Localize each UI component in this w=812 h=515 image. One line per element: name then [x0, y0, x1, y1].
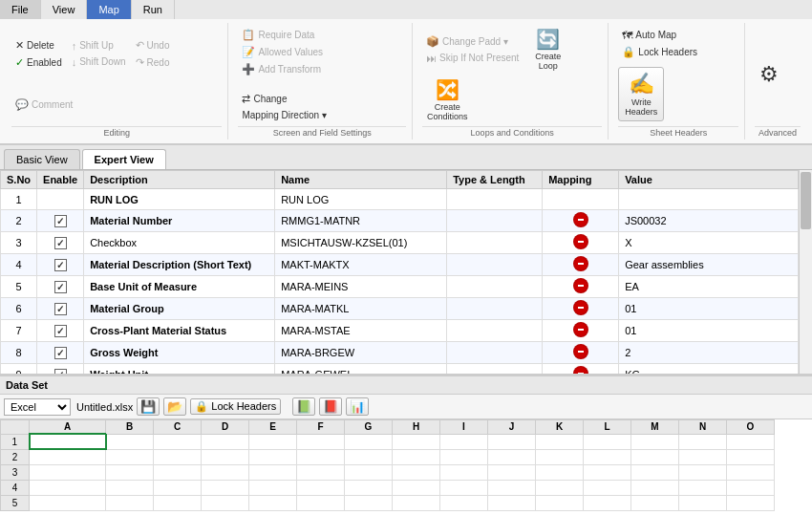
shift-up-button[interactable]: ↑ Shift Up	[68, 38, 130, 54]
write-headers-button[interactable]: ✍ Write Headers	[618, 67, 664, 121]
cell-G5[interactable]	[345, 495, 393, 510]
cell-D3[interactable]	[202, 464, 249, 480]
cell-D5[interactable]	[202, 495, 249, 510]
tab-map[interactable]: Map	[87, 0, 131, 19]
cell-D4[interactable]	[202, 480, 249, 495]
cell-J4[interactable]	[488, 480, 536, 495]
enable-checkbox[interactable]	[54, 215, 67, 227]
create-condition-button[interactable]: 🔀 Create Conditions	[422, 75, 473, 124]
mapping-direction-button[interactable]: Mapping Direction ▾	[238, 108, 330, 122]
cell-M2[interactable]	[631, 449, 679, 464]
cell-L1[interactable]	[584, 434, 631, 449]
cell-L4[interactable]	[584, 480, 631, 495]
cell-J2[interactable]	[488, 449, 536, 464]
cell-B2[interactable]	[106, 449, 154, 464]
cell-B5[interactable]	[106, 495, 154, 510]
cell-N2[interactable]	[679, 449, 727, 464]
cell-F5[interactable]	[297, 495, 345, 510]
cell-O5[interactable]	[727, 495, 775, 510]
cell-F3[interactable]	[297, 464, 345, 480]
delete-button[interactable]: ✕ Delete	[11, 37, 66, 54]
enable-checkbox[interactable]	[54, 281, 67, 293]
cell-H4[interactable]	[393, 480, 440, 495]
cell-A1[interactable]	[30, 434, 106, 449]
mapping-table-wrapper[interactable]: S.No Enable Description Name Type & Leng…	[0, 170, 799, 374]
cell-H2[interactable]	[393, 449, 440, 464]
redo-button[interactable]: ↷ Redo	[132, 54, 174, 71]
enable-checkbox[interactable]	[54, 259, 67, 271]
cell-L3[interactable]	[584, 464, 631, 480]
cell-K1[interactable]	[536, 434, 584, 449]
cell-E3[interactable]	[249, 464, 297, 480]
auto-map-button[interactable]: 🗺 Auto Map	[618, 28, 701, 43]
cell-M1[interactable]	[631, 434, 679, 449]
cell-G4[interactable]	[345, 480, 393, 495]
cell-L5[interactable]	[584, 495, 631, 510]
cell-N5[interactable]	[679, 495, 727, 510]
cell-J5[interactable]	[488, 495, 536, 510]
cell-H1[interactable]	[393, 434, 440, 449]
cell-B3[interactable]	[106, 464, 154, 480]
tab-file[interactable]: File	[0, 0, 41, 19]
cell-J3[interactable]	[488, 464, 536, 480]
change-padd-button[interactable]: 📦 Change Padd ▾	[422, 33, 523, 50]
open-file-button[interactable]: 📂	[163, 397, 186, 416]
cell-E2[interactable]	[249, 449, 297, 464]
cell-B4[interactable]	[106, 480, 154, 495]
create-loop-button[interactable]: 🔄 Create Loop	[530, 25, 566, 74]
cell-O1[interactable]	[727, 434, 775, 449]
cell-I2[interactable]	[440, 449, 488, 464]
cell-C5[interactable]	[154, 495, 202, 510]
save-file-button[interactable]: 💾	[137, 397, 160, 416]
cell-J1[interactable]	[488, 434, 536, 449]
enabled-button[interactable]: ✓ Enabled	[11, 54, 66, 71]
enable-checkbox[interactable]	[54, 303, 67, 315]
cell-C1[interactable]	[154, 434, 202, 449]
format-select[interactable]: Excel CSV XML	[4, 398, 71, 416]
cell-K5[interactable]	[536, 495, 584, 510]
cell-E1[interactable]	[249, 434, 297, 449]
allowed-values-button[interactable]: 📝 Allowed Values	[238, 44, 327, 60]
cell-C4[interactable]	[154, 480, 202, 495]
cell-D1[interactable]	[202, 434, 249, 449]
add-transform-button[interactable]: ➕ Add Transform	[238, 61, 327, 77]
cell-F4[interactable]	[297, 480, 345, 495]
cell-A4[interactable]	[30, 480, 106, 495]
tab-basic-view[interactable]: Basic View	[4, 149, 80, 169]
cell-B1[interactable]	[106, 434, 154, 449]
cell-H3[interactable]	[393, 464, 440, 480]
cell-M4[interactable]	[631, 480, 679, 495]
cell-E4[interactable]	[249, 480, 297, 495]
advanced-button[interactable]: ⚙	[755, 50, 783, 99]
cell-D2[interactable]	[202, 449, 249, 464]
enable-checkbox[interactable]	[54, 325, 67, 337]
shift-down-button[interactable]: ↓ Shift Down	[68, 54, 130, 70]
cell-I4[interactable]	[440, 480, 488, 495]
cell-N3[interactable]	[679, 464, 727, 480]
undo-button[interactable]: ↶ Undo	[132, 37, 174, 54]
cell-O2[interactable]	[727, 449, 775, 464]
cell-C3[interactable]	[154, 464, 202, 480]
cell-G1[interactable]	[345, 434, 393, 449]
cell-I5[interactable]	[440, 495, 488, 510]
cell-F1[interactable]	[297, 434, 345, 449]
cell-G3[interactable]	[345, 464, 393, 480]
skip-if-not-button[interactable]: ⏭ Skip If Not Present	[422, 51, 523, 66]
cell-I3[interactable]	[440, 464, 488, 480]
chart-button[interactable]: 📊	[346, 397, 369, 416]
enable-checkbox[interactable]	[54, 237, 67, 249]
green-file-button[interactable]: 📗	[292, 397, 315, 416]
table-scrollbar[interactable]	[799, 170, 812, 374]
cell-G2[interactable]	[345, 449, 393, 464]
cell-I1[interactable]	[440, 434, 488, 449]
spreadsheet-wrapper[interactable]: ABCDEFGHIJKLMNO 12345	[0, 419, 812, 515]
lock-headers-button[interactable]: 🔒 Lock Headers	[618, 44, 701, 60]
cell-N4[interactable]	[679, 480, 727, 495]
change-mapping-button[interactable]: ⇄ Change	[238, 91, 330, 107]
cell-A3[interactable]	[30, 464, 106, 480]
cell-A5[interactable]	[30, 495, 106, 510]
tab-run[interactable]: Run	[132, 0, 175, 19]
cell-K2[interactable]	[536, 449, 584, 464]
comment-button[interactable]: 💬 Comment	[11, 97, 76, 113]
lock-headers-ds-button[interactable]: 🔒 Lock Headers	[190, 398, 281, 415]
